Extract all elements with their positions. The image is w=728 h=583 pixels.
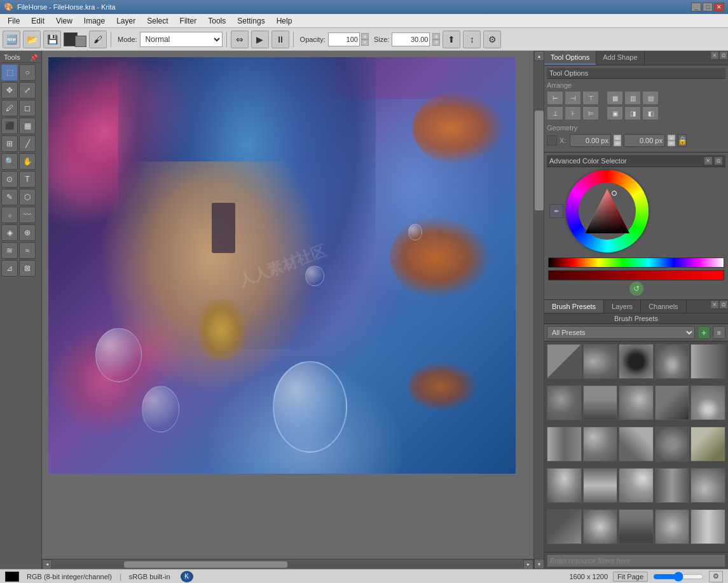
- preset-add-button[interactable]: +: [697, 326, 710, 339]
- tab-tool-options[interactable]: Tool Options: [544, 51, 596, 65]
- menu-edit[interactable]: Edit: [26, 15, 50, 27]
- align-top[interactable]: ⊥: [547, 106, 563, 120]
- brush-panel-float[interactable]: ⧉: [719, 300, 728, 309]
- menu-select[interactable]: Select: [142, 15, 173, 27]
- tool-gradient[interactable]: ▦: [19, 118, 36, 134]
- distribute-3[interactable]: ▤: [642, 91, 659, 105]
- scroll-up-button[interactable]: ▴: [534, 51, 544, 61]
- color-float-btn[interactable]: ⧉: [714, 156, 723, 165]
- tool-blur[interactable]: ≋: [1, 242, 18, 259]
- align-left[interactable]: ⊢: [547, 91, 563, 105]
- tool-measure[interactable]: ⊿: [1, 260, 18, 277]
- tool-select-ellipse[interactable]: ○: [19, 64, 36, 81]
- menu-help[interactable]: Help: [271, 15, 298, 27]
- menu-layer[interactable]: Layer: [111, 15, 141, 27]
- minimize-button[interactable]: _: [691, 3, 701, 11]
- wrap-button[interactable]: ↕: [463, 31, 481, 48]
- panel-float-btn[interactable]: ⧉: [719, 51, 728, 60]
- menu-view[interactable]: View: [51, 15, 78, 27]
- brush-thumb-20[interactable]: [690, 468, 725, 503]
- tab-channels[interactable]: Channels: [641, 300, 686, 313]
- align-bottom[interactable]: ⊨: [582, 106, 599, 120]
- color-triangle-svg[interactable]: [582, 186, 633, 237]
- close-button[interactable]: ✕: [714, 3, 724, 11]
- tool-transform[interactable]: ⤢: [19, 82, 36, 99]
- color-close-btn[interactable]: ✕: [704, 156, 713, 165]
- menu-filter[interactable]: Filter: [175, 15, 202, 27]
- anim-button[interactable]: ⏸: [271, 31, 289, 48]
- lock-aspect[interactable]: 🔒: [678, 134, 687, 147]
- brush-thumb-6[interactable]: [547, 385, 582, 420]
- brush-thumb-12[interactable]: [583, 427, 618, 462]
- x-up[interactable]: ▲: [614, 135, 621, 141]
- brush-thumb-14[interactable]: [655, 427, 690, 462]
- tool-eraser[interactable]: ◻: [19, 100, 36, 116]
- distribute-2[interactable]: ▥: [624, 91, 641, 105]
- color-wheel[interactable]: [566, 170, 649, 252]
- opacity-up[interactable]: ▲ ▼: [361, 33, 369, 46]
- brush-thumb-7[interactable]: [583, 385, 618, 420]
- align-center-v[interactable]: ⊦: [565, 106, 581, 120]
- tool-smudge[interactable]: ≈: [19, 242, 36, 259]
- size-spinner[interactable]: ▲ ▼: [432, 33, 440, 46]
- brush-thumb-25[interactable]: [690, 509, 725, 544]
- menu-image[interactable]: Image: [79, 15, 110, 27]
- settings-icon[interactable]: ⚙: [483, 31, 501, 48]
- save-button[interactable]: 💾: [43, 31, 61, 48]
- y-down[interactable]: ▼: [668, 141, 675, 146]
- tool-pan[interactable]: ✋: [19, 153, 36, 170]
- brush-thumb-16[interactable]: [547, 468, 582, 503]
- open-button[interactable]: 📂: [23, 31, 41, 48]
- preset-filter-select[interactable]: All Presets: [547, 326, 695, 339]
- align-right[interactable]: ⊤: [582, 91, 599, 105]
- brush-thumb-24[interactable]: [655, 509, 690, 544]
- tool-select-rect[interactable]: ⬚: [1, 64, 18, 81]
- refresh-color-button[interactable]: ↺: [629, 282, 643, 296]
- tool-freehand[interactable]: 〰: [19, 207, 36, 223]
- brush-thumb-13[interactable]: [619, 427, 654, 462]
- opacity-input[interactable]: 100: [328, 32, 360, 46]
- brush-thumb-23[interactable]: [619, 509, 654, 544]
- tool-crop[interactable]: ⊞: [1, 135, 18, 152]
- tool-color-picker[interactable]: ⊙: [1, 171, 18, 188]
- panel-close-btn[interactable]: ✕: [710, 51, 719, 60]
- brush-thumb-19[interactable]: [655, 468, 690, 503]
- tool-line[interactable]: ╱: [19, 135, 36, 152]
- brush-thumb-15[interactable]: [690, 427, 725, 462]
- brush-thumb-3[interactable]: [619, 344, 654, 379]
- brush-thumb-8[interactable]: [619, 385, 654, 420]
- menu-tools[interactable]: Tools: [203, 15, 231, 27]
- tool-shape[interactable]: ⬡: [19, 189, 36, 205]
- hue-bar[interactable]: [548, 257, 724, 268]
- x-down[interactable]: ▼: [614, 141, 621, 146]
- distribute-5[interactable]: ◨: [624, 106, 641, 120]
- maximize-button[interactable]: □: [703, 3, 713, 11]
- mode-select[interactable]: Normal: [140, 32, 223, 47]
- brush-thumb-17[interactable]: [583, 468, 618, 503]
- tool-path[interactable]: ✎: [1, 189, 18, 205]
- canvas-image[interactable]: 人人素材社区: [48, 57, 516, 474]
- brush-thumb-9[interactable]: [655, 385, 690, 420]
- tool-clone[interactable]: ⊕: [19, 224, 36, 241]
- brush-thumb-21[interactable]: [547, 509, 582, 544]
- brush-thumb-4[interactable]: [655, 344, 690, 379]
- brush-thumb-2[interactable]: [583, 344, 618, 379]
- brush-thumb-11[interactable]: [547, 427, 582, 462]
- scroll-left-button[interactable]: ◂: [42, 559, 52, 570]
- menu-settings[interactable]: Settings: [232, 15, 270, 27]
- mirror-h-button[interactable]: ⇔: [231, 31, 249, 48]
- tool-brush[interactable]: 🖊: [1, 100, 18, 116]
- tool-fill[interactable]: ⬛: [1, 118, 18, 134]
- menu-file[interactable]: File: [3, 15, 25, 27]
- statusbar-settings[interactable]: ⚙: [709, 571, 723, 582]
- brush-thumb-5[interactable]: [690, 344, 725, 379]
- mirror-v-button[interactable]: ⬆: [443, 31, 460, 48]
- color-picker-tool[interactable]: ✒: [549, 204, 563, 218]
- fit-page-button[interactable]: Fit Page: [613, 572, 648, 582]
- zoom-slider[interactable]: [653, 572, 704, 582]
- color-indicator[interactable]: [612, 191, 617, 196]
- size-input[interactable]: 30.00: [392, 32, 430, 46]
- y-up[interactable]: ▲: [668, 135, 675, 141]
- toolbox-float-btn[interactable]: 📌: [30, 54, 38, 61]
- tab-layers[interactable]: Layers: [604, 300, 641, 313]
